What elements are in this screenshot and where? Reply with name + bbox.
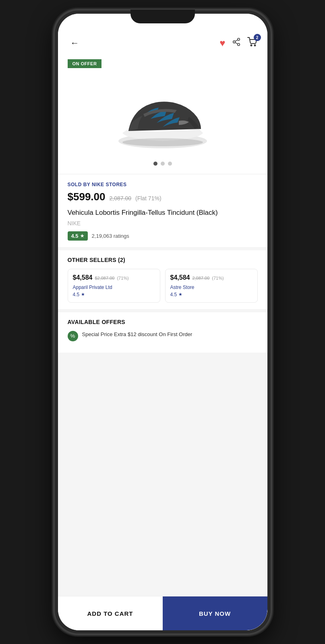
available-offers-title: AVAILABLE OFFERS xyxy=(68,319,258,325)
sold-by-label: SOLD BY NIKE STORES xyxy=(68,182,258,187)
seller-2-star-icon: ★ xyxy=(178,292,182,297)
bottom-spacer xyxy=(58,353,267,387)
svg-point-8 xyxy=(122,138,203,146)
original-price: 2,087.00 xyxy=(109,195,131,202)
seller-1-name: Apparil Private Ltd xyxy=(73,285,155,290)
available-offers-section: AVAILABLE OFFERS % Special Price Extra $… xyxy=(58,312,267,353)
buy-now-button[interactable]: BUY NOW xyxy=(163,596,267,630)
share-icon[interactable] xyxy=(232,37,241,49)
product-name: Vehicula Lobortis Fringilla-Tellus Tinci… xyxy=(68,208,258,218)
phone-screen: ← ♥ xyxy=(58,14,267,630)
seller-1-star-icon: ★ xyxy=(81,292,85,297)
header-icons: ♥ xyxy=(219,37,257,49)
star-icon: ★ xyxy=(80,233,84,239)
offer-item-1: % Special Price Extra $12 discount On Fi… xyxy=(68,331,258,341)
rating-badge: 4.5 ★ xyxy=(68,231,88,241)
svg-point-5 xyxy=(250,45,252,46)
svg-point-6 xyxy=(254,45,255,46)
seller-2-price: $4,584 xyxy=(170,274,190,281)
seller-2-price-row: $4,584 2,087.00 (71%) xyxy=(170,274,253,281)
image-section: ON OFFER xyxy=(58,55,267,174)
product-image xyxy=(110,79,215,151)
bottom-bar: ADD TO CART BUY NOW xyxy=(58,596,267,630)
brand-name: NIKE xyxy=(68,220,258,226)
sellers-grid: $4,584 $2,087.00 (71%) Apparil Private L… xyxy=(68,269,258,303)
cart-button[interactable]: 2 xyxy=(247,37,258,49)
seller-1-rating: 4.5 ★ xyxy=(73,292,155,297)
seller-1-original: $2,087.00 xyxy=(95,276,114,280)
price-row: $599.00 2,087.00 (Flat 71%) xyxy=(68,191,258,203)
current-price: $599.00 xyxy=(68,191,106,203)
seller-2-discount: (71%) xyxy=(212,276,224,280)
seller-1-price-row: $4,584 $2,087.00 (71%) xyxy=(73,274,155,281)
other-sellers-title: OTHER SELLERS (2) xyxy=(68,257,258,263)
seller-1-discount: (71%) xyxy=(117,276,128,280)
back-button[interactable]: ← xyxy=(68,36,82,50)
offer-fade xyxy=(58,341,267,353)
seller-1-price: $4,584 xyxy=(73,274,93,281)
seller-2-rating-value: 4.5 xyxy=(170,292,177,297)
seller-1-rating-value: 4.5 xyxy=(73,292,80,297)
ratings-count: 2,19,063 ratings xyxy=(92,233,129,239)
offer-icon-wrap: % xyxy=(68,331,78,341)
seller-2-rating: 4.5 ★ xyxy=(170,292,253,297)
seller-card-2[interactable]: $4,584 2,087.00 (71%) Astre Store 4.5 ★ xyxy=(165,269,258,303)
seller-card-1[interactable]: $4,584 $2,087.00 (71%) Apparil Private L… xyxy=(68,269,160,303)
dot-1[interactable] xyxy=(153,162,157,166)
image-dots xyxy=(68,162,258,166)
offer-percent-icon: % xyxy=(70,333,75,339)
phone-notch xyxy=(130,10,195,23)
wishlist-icon[interactable]: ♥ xyxy=(219,37,225,49)
scroll-area: ← ♥ xyxy=(58,14,267,596)
product-image-container xyxy=(68,75,258,155)
dot-3[interactable] xyxy=(168,162,172,166)
offer-badge: ON OFFER xyxy=(68,59,258,75)
offer-text-1: Special Price Extra $12 discount On Firs… xyxy=(82,331,193,338)
rating-value: 4.5 xyxy=(71,233,79,239)
add-to-cart-button[interactable]: ADD TO CART xyxy=(58,596,163,630)
product-info: SOLD BY NIKE STORES $599.00 2,087.00 (Fl… xyxy=(58,175,267,247)
svg-line-3 xyxy=(235,42,237,44)
phone-frame: ← ♥ xyxy=(54,10,271,634)
screen-content: ← ♥ xyxy=(58,14,267,630)
cart-count-badge: 2 xyxy=(254,34,261,41)
other-sellers-section: OTHER SELLERS (2) $4,584 $2,087.00 (71%)… xyxy=(58,250,267,309)
rating-row: 4.5 ★ 2,19,063 ratings xyxy=(68,231,258,241)
svg-line-4 xyxy=(235,40,237,42)
seller-2-original: 2,087.00 xyxy=(192,276,209,280)
back-arrow-icon: ← xyxy=(70,38,79,48)
seller-2-name: Astre Store xyxy=(170,285,253,290)
dot-2[interactable] xyxy=(161,162,165,166)
discount-text: (Flat 71%) xyxy=(135,195,161,202)
